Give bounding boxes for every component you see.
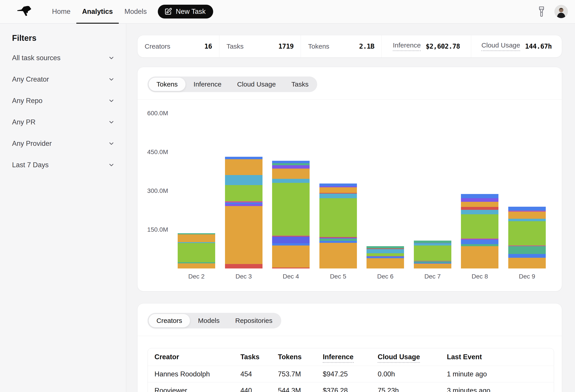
- nav-item-models[interactable]: Models: [119, 0, 153, 23]
- bar-segment-teal[interactable]: [508, 246, 546, 254]
- bar-segment-orange[interactable]: [366, 258, 404, 268]
- table-row-hannes-roodolph[interactable]: Hannes Roodolph454753.7M$947.250.00h1 mi…: [148, 366, 554, 382]
- breakdown-tab-models[interactable]: Models: [190, 314, 227, 327]
- bar-segment-orange[interactable]: [461, 246, 499, 268]
- bar-segment-teal[interactable]: [414, 240, 451, 243]
- bar-segment-cyan[interactable]: [272, 179, 310, 183]
- filter-label: Any Creator: [12, 75, 49, 83]
- bar-segment-orange[interactable]: [461, 202, 499, 207]
- bar-segment-blue[interactable]: [461, 194, 499, 198]
- table-row-rooviewer[interactable]: Rooviewer440544.3M$376.2875.23h3 minutes…: [148, 382, 554, 392]
- summary-stats-card: Creators16Tasks1719Tokens2.1BInference$2…: [137, 35, 562, 58]
- cell-tokens: 544.3M: [278, 382, 323, 392]
- new-task-label: New Task: [176, 8, 206, 16]
- bar-segment-green[interactable]: [414, 245, 451, 261]
- bar-segment-green[interactable]: [178, 243, 215, 262]
- bar-segment-orange[interactable]: [414, 263, 451, 268]
- bar-segment-blue[interactable]: [508, 254, 546, 258]
- bar-segment-cyan[interactable]: [225, 175, 263, 185]
- chart-tab-cloud-usage[interactable]: Cloud Usage: [229, 77, 284, 91]
- bar-segment-green[interactable]: [272, 183, 310, 236]
- bar-dec-5[interactable]: [319, 183, 357, 268]
- bar-segment-green[interactable]: [508, 221, 546, 245]
- bar-dec-2[interactable]: [178, 233, 215, 268]
- bar-segment-purple[interactable]: [225, 204, 263, 206]
- bar-segment-green[interactable]: [319, 198, 357, 237]
- bar-segment-orange[interactable]: [508, 258, 546, 268]
- stat-creators: Creators16: [138, 35, 219, 57]
- cell-tasks: 440: [240, 382, 278, 392]
- chart-tab-tasks[interactable]: Tasks: [284, 77, 316, 91]
- filter-any-provider[interactable]: Any Provider: [12, 133, 115, 154]
- x-axis-label-dec-5: Dec 5: [314, 273, 362, 280]
- bar-segment-indigo[interactable]: [272, 237, 310, 243]
- avatar-photo: [555, 5, 568, 18]
- breakdown-tab-repositories[interactable]: Repositories: [227, 314, 280, 327]
- bar-segment-purple[interactable]: [272, 165, 310, 169]
- chart-metric-tabs: TokensInferenceCloud UsageTasks: [147, 76, 317, 92]
- chart-tab-inference[interactable]: Inference: [186, 77, 229, 91]
- bar-dec-7[interactable]: [414, 240, 451, 268]
- x-axis-label-dec-9: Dec 9: [503, 273, 551, 280]
- filter-any-creator[interactable]: Any Creator: [12, 69, 115, 90]
- bar-dec-4[interactable]: [272, 161, 310, 268]
- stat-label-inference[interactable]: Inference: [393, 42, 421, 51]
- breakdown-tab-creators[interactable]: Creators: [148, 314, 190, 327]
- filter-last-7-days[interactable]: Last 7 Days: [12, 154, 115, 176]
- stat-label-cloud-usage[interactable]: Cloud Usage: [481, 42, 520, 51]
- filter-any-pr[interactable]: Any PR: [12, 111, 115, 133]
- bar-segment-blue[interactable]: [272, 161, 310, 163]
- bar-segment-cyan[interactable]: [508, 219, 546, 221]
- bar-segment-green[interactable]: [225, 185, 263, 201]
- kangaroo-logo[interactable]: [12, 3, 36, 20]
- bar-dec-8[interactable]: [461, 194, 499, 268]
- bar-segment-red[interactable]: [461, 207, 499, 210]
- bar-segment-blue[interactable]: [225, 202, 263, 204]
- bar-segment-orange[interactable]: [178, 263, 215, 268]
- user-avatar[interactable]: [554, 5, 568, 18]
- bar-dec-9[interactable]: [508, 207, 546, 268]
- bar-segment-blue[interactable]: [319, 241, 357, 243]
- bar-segment-teal[interactable]: [319, 239, 357, 240]
- bar-segment-cyan[interactable]: [414, 243, 451, 245]
- bar-segment-orange[interactable]: [508, 212, 546, 218]
- bar-segment-orange[interactable]: [225, 206, 263, 264]
- new-task-button[interactable]: New Task: [158, 5, 213, 19]
- bar-dec-3[interactable]: [225, 157, 263, 268]
- bar-segment-teal[interactable]: [272, 163, 310, 165]
- nav-item-home[interactable]: Home: [46, 0, 76, 23]
- bar-segment-orange[interactable]: [319, 187, 357, 193]
- bar-segment-blue[interactable]: [508, 207, 546, 211]
- column-header-cloud-usage[interactable]: Cloud Usage: [378, 348, 447, 366]
- bar-segment-cyan[interactable]: [461, 210, 499, 214]
- stat-label-tasks: Tasks: [227, 43, 244, 50]
- bar-segment-cyan[interactable]: [319, 194, 357, 198]
- bar-segment-orange[interactable]: [178, 234, 215, 242]
- bar-segment-purple[interactable]: [461, 198, 499, 202]
- filter-all-task-sources[interactable]: All task sources: [12, 47, 115, 69]
- bar-segment-orange[interactable]: [319, 243, 357, 268]
- bar-segment-red[interactable]: [272, 268, 310, 268]
- bar-segment-blue[interactable]: [272, 243, 310, 245]
- filter-any-repo[interactable]: Any Repo: [12, 90, 115, 111]
- bar-segment-teal[interactable]: [366, 246, 404, 248]
- main-content: Creators16Tasks1719Tokens2.1BInference$2…: [126, 24, 575, 392]
- nav-item-analytics[interactable]: Analytics: [76, 0, 119, 23]
- bar-dec-6[interactable]: [366, 246, 404, 268]
- bar-segment-orange[interactable]: [272, 169, 310, 179]
- bar-segment-orange[interactable]: [225, 159, 263, 175]
- bar-segment-green[interactable]: [366, 253, 404, 256]
- bar-segment-green[interactable]: [461, 214, 499, 239]
- bar-segment-blue[interactable]: [319, 183, 357, 186]
- flashlight-icon[interactable]: [538, 6, 545, 17]
- bar-segment-teal[interactable]: [461, 244, 499, 246]
- bar-segment-orange[interactable]: [272, 245, 310, 268]
- filters-title: Filters: [12, 33, 115, 43]
- filters-sidebar: Filters All task sourcesAny CreatorAny R…: [0, 24, 126, 392]
- bar-segment-cyan[interactable]: [366, 249, 404, 253]
- bar-segment-blue[interactable]: [461, 240, 499, 244]
- bar-segment-blue[interactable]: [225, 157, 263, 159]
- bar-segment-red[interactable]: [225, 264, 263, 268]
- column-header-inference[interactable]: Inference: [323, 348, 378, 366]
- chart-tab-tokens[interactable]: Tokens: [148, 77, 186, 91]
